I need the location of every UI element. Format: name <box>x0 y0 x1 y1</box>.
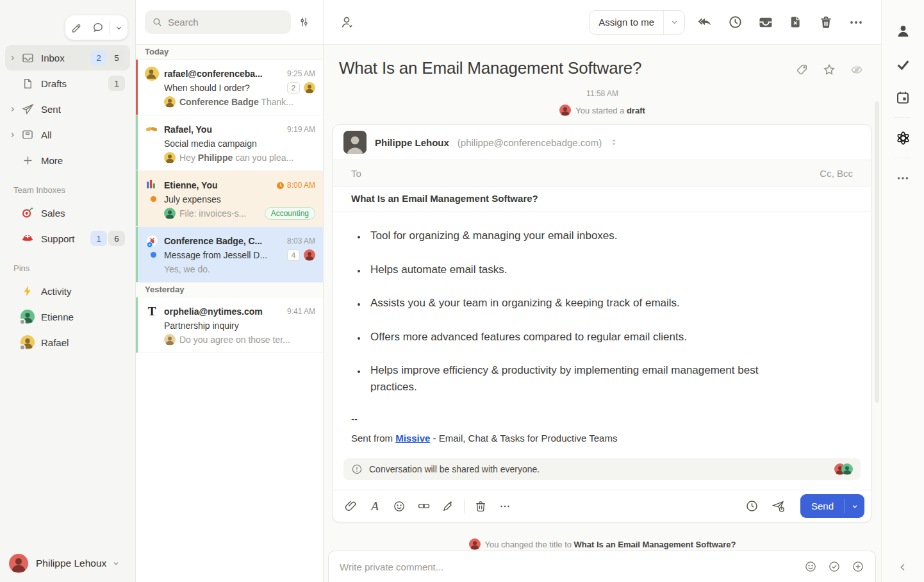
emoji-icon[interactable] <box>387 495 411 518</box>
sidebar-item-label: Activity <box>41 286 125 297</box>
send-button[interactable]: Send <box>800 501 845 511</box>
drafts-count-badge: 1 <box>108 76 125 91</box>
inbox-unread-badge: 2 <box>90 50 107 65</box>
conversation-item-selected[interactable]: Conference Badge, C... 8:03 AM Message f… <box>136 227 323 283</box>
to-label: To <box>351 168 361 179</box>
chevron-down-icon[interactable] <box>664 18 684 26</box>
filters-icon[interactable] <box>291 10 317 35</box>
sidebar-item-sales[interactable]: Sales <box>5 200 130 226</box>
team-inboxes-label: Team Inboxes <box>0 173 135 200</box>
avatar-orphelia <box>164 334 176 345</box>
draft-body[interactable]: Tool for organizing & managing your emai… <box>333 212 871 445</box>
compose-email-button[interactable] <box>65 15 87 40</box>
snooze-icon[interactable] <box>720 9 750 36</box>
drafts-icon <box>21 76 35 90</box>
sidebar-header <box>0 0 135 45</box>
inbox-icon <box>21 51 35 65</box>
conversation-item[interactable]: Etienne, You 8:00 AM July expenses File:… <box>136 171 323 227</box>
list-group-label: Today <box>136 45 323 60</box>
unwatch-icon[interactable] <box>850 63 864 77</box>
sidebar-item-activity[interactable]: Activity <box>5 278 130 304</box>
draft-bullet: Offers more advanced features compared t… <box>367 329 759 345</box>
assignee-icon[interactable] <box>334 9 361 36</box>
more-actions-icon[interactable] <box>841 9 871 36</box>
send-options-button[interactable] <box>845 503 864 510</box>
private-comment-input[interactable] <box>340 561 804 572</box>
openai-icon[interactable] <box>882 121 924 154</box>
share-notice-text: Conversation will be shared with everyon… <box>369 464 540 474</box>
draft-bullet: Assists you & your team in organizing & … <box>367 295 759 312</box>
collapse-rail-icon[interactable] <box>882 561 924 573</box>
chevron-down-icon <box>115 24 123 32</box>
conversation-time: 9:25 AM <box>287 69 315 78</box>
tasks-check-icon[interactable] <box>882 47 924 81</box>
cc-bcc-toggle[interactable]: Cc, Bcc <box>820 168 853 179</box>
sidebar-item-support[interactable]: Support 1 6 <box>5 226 130 251</box>
bar-chart-icon <box>145 178 159 192</box>
sidebar-item-rafael[interactable]: Rafael <box>5 329 130 355</box>
integrations-more-icon[interactable] <box>882 162 924 195</box>
comment-task-icon[interactable] <box>828 560 841 573</box>
star-icon[interactable] <box>822 63 836 77</box>
divider <box>895 158 911 158</box>
avatar-rafael <box>164 96 176 108</box>
status-dot <box>19 319 26 325</box>
sidebar-item-label: Rafael <box>41 337 125 348</box>
sidebar-item-drafts[interactable]: Drafts 1 <box>5 71 130 96</box>
delete-draft-icon[interactable] <box>468 495 493 518</box>
scrollbar[interactable] <box>875 101 879 403</box>
trash-icon[interactable] <box>811 9 841 36</box>
inbox-count-badge: 5 <box>108 50 125 65</box>
comment-bar[interactable] <box>328 551 876 582</box>
send-later-icon[interactable] <box>766 495 791 518</box>
assign-to-me-button[interactable]: Assign to me <box>589 10 685 35</box>
conversation-item[interactable]: Rafael, You 9:19 AM Social media campaig… <box>136 115 323 171</box>
text-format-icon[interactable]: A <box>363 495 387 518</box>
conversation-time: 9:41 AM <box>287 307 315 316</box>
comment-emoji-icon[interactable] <box>804 560 817 573</box>
sidebar-item-more[interactable]: More <box>5 147 130 173</box>
sidebar-item-etienne[interactable]: Etienne <box>5 304 130 329</box>
schedule-icon[interactable] <box>740 495 764 518</box>
sidebar-item-sent[interactable]: Sent <box>5 96 130 122</box>
from-selector-icon[interactable] <box>610 138 618 147</box>
compose-options-button[interactable] <box>110 15 128 40</box>
conversation-item[interactable]: T orphelia@nytimes.com 9:41 AM Partnersh… <box>136 297 323 353</box>
draft-started-event: You started a draft <box>324 104 881 116</box>
calendar-icon[interactable] <box>882 81 924 114</box>
chat-bubble-icon <box>92 21 104 34</box>
missive-link[interactable]: Missive <box>395 433 430 444</box>
more-compose-icon[interactable] <box>493 495 517 518</box>
sidebar-item-all[interactable]: All <box>5 122 130 147</box>
sidebar-item-inbox[interactable]: Inbox 2 5 <box>5 45 130 71</box>
contact-icon[interactable] <box>882 14 924 47</box>
expand-chevron-icon[interactable] <box>9 54 19 62</box>
attachment-icon[interactable] <box>338 495 363 518</box>
accent-bar <box>136 297 138 353</box>
conversation-item[interactable]: rafael@conferenceba... 9:25 AM When shou… <box>136 60 323 115</box>
comment-add-icon[interactable] <box>852 560 864 573</box>
lightning-icon <box>21 284 35 298</box>
spam-icon[interactable] <box>780 9 811 36</box>
archive-icon[interactable] <box>750 9 780 36</box>
accent-bar <box>136 60 138 115</box>
expand-chevron-icon[interactable] <box>9 106 19 113</box>
draft-bullet: Tool for organizing & managing your emai… <box>367 228 759 244</box>
label-badge-accounting[interactable]: Accounting <box>265 207 315 220</box>
account-menu[interactable]: Philippe Lehoux <box>0 545 135 582</box>
signature-icon[interactable] <box>436 495 460 518</box>
link-icon[interactable] <box>411 495 436 518</box>
search-box[interactable] <box>145 10 291 34</box>
search-input[interactable] <box>168 17 284 28</box>
avatar-philippe <box>469 538 481 550</box>
conversation-subject: When should I order? <box>164 83 283 93</box>
new-chat-button[interactable] <box>87 15 109 40</box>
expand-chevron-icon[interactable] <box>9 131 19 138</box>
label-icon[interactable] <box>795 63 809 77</box>
sent-icon <box>21 102 35 116</box>
reply-all-icon[interactable] <box>690 9 720 36</box>
conversation-time: 9:19 AM <box>287 125 315 134</box>
subject-field[interactable]: What Is an Email Management Software? <box>333 187 871 212</box>
from-row[interactable]: Philippe Lehoux (philippe@conferencebadg… <box>333 125 871 160</box>
to-row[interactable]: To Cc, Bcc <box>333 160 871 187</box>
